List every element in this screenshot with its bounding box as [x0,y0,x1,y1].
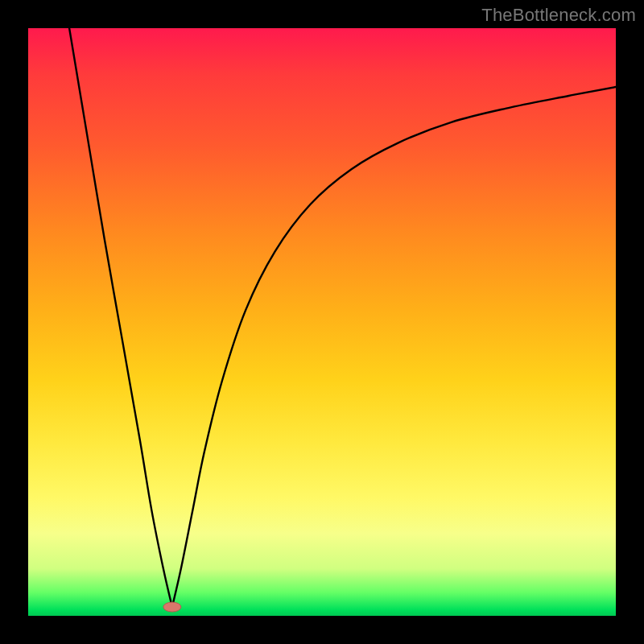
chart-frame: TheBottleneck.com [0,0,644,644]
min-marker [163,602,181,612]
curve-left [69,28,172,607]
watermark-text: TheBottleneck.com [481,5,636,26]
chart-svg [28,28,616,616]
plot-area [28,28,616,616]
curve-right [172,87,616,607]
curve-group [69,28,616,607]
